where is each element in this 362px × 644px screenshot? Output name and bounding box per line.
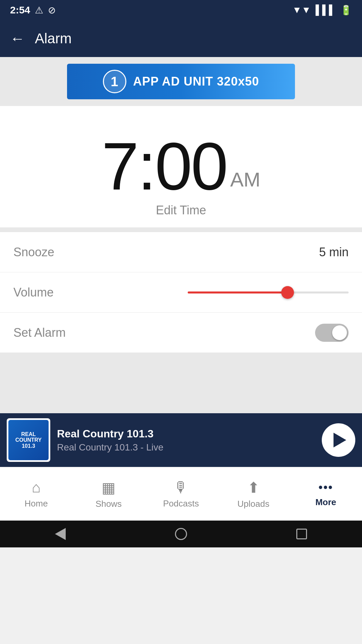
android-back-icon — [55, 528, 66, 540]
alarm-hours: 7 — [102, 133, 137, 200]
toggle-knob — [332, 325, 347, 340]
page-title: Alarm — [35, 31, 72, 47]
set-alarm-label: Set Alarm — [13, 326, 66, 340]
alarm-separator: : — [138, 133, 155, 200]
home-icon: ⌂ — [32, 479, 41, 496]
battery-icon: 🔋 — [340, 5, 352, 16]
ad-text: APP AD UNIT 320x50 — [133, 74, 259, 89]
signal-icon: ▌▌▌ — [315, 5, 336, 15]
slider-track[interactable] — [188, 291, 349, 293]
warning-icon: ⚠ — [35, 5, 43, 16]
play-button[interactable] — [322, 423, 355, 457]
ad-banner-section: 1 APP AD UNIT 320x50 — [0, 57, 362, 106]
alarm-minutes: 00 — [155, 133, 227, 200]
android-home-icon — [175, 528, 187, 540]
android-home-button[interactable] — [171, 524, 191, 544]
android-back-button[interactable] — [50, 524, 70, 544]
nav-label-more: More — [315, 497, 336, 507]
android-nav-bar — [0, 521, 362, 547]
nav-item-shows[interactable]: ▦ Shows — [72, 467, 145, 521]
nav-label-uploads: Uploads — [237, 499, 269, 509]
volume-label: Volume — [13, 285, 54, 300]
edit-time-button[interactable]: Edit Time — [156, 203, 206, 217]
snooze-label: Snooze — [13, 245, 54, 259]
circle-icon: ⊘ — [48, 5, 56, 16]
alarm-ampm: AM — [230, 170, 260, 190]
app-bar: ← Alarm — [0, 20, 362, 57]
set-alarm-row: Set Alarm — [0, 313, 362, 353]
uploads-icon: ⬆ — [247, 479, 260, 496]
nav-label-podcasts: Podcasts — [163, 498, 199, 509]
status-time: 2:54 — [10, 4, 30, 16]
ad-logo-text: 1 — [111, 74, 118, 89]
slider-thumb[interactable] — [281, 286, 294, 299]
nav-item-podcasts[interactable]: 🎙 Podcasts — [145, 467, 217, 521]
nav-label-home: Home — [24, 498, 48, 509]
nav-item-more[interactable]: ••• More — [290, 467, 362, 521]
station-logo-text: REALCOUNTRY101.3 — [15, 431, 42, 449]
time-section: 7 : 00 AM Edit Time — [0, 106, 362, 227]
now-playing-subtitle: Real Country 101.3 - Live — [57, 442, 322, 453]
ad-logo: 1 — [103, 70, 126, 93]
gray-spacer — [0, 353, 362, 413]
bottom-nav: ⌂ Home ▦ Shows 🎙 Podcasts ⬆ Uploads ••• … — [0, 467, 362, 521]
podcasts-icon: 🎙 — [174, 479, 188, 496]
station-logo: REALCOUNTRY101.3 — [7, 418, 50, 462]
ad-banner[interactable]: 1 APP AD UNIT 320x50 — [67, 64, 295, 99]
snooze-row[interactable]: Snooze 5 min — [0, 232, 362, 272]
now-playing-info: Real Country 101.3 Real Country 101.3 - … — [57, 428, 322, 453]
status-bar: 2:54 ⚠ ⊘ ▼▼ ▌▌▌ 🔋 — [0, 0, 362, 20]
shows-icon: ▦ — [102, 479, 116, 496]
nav-label-shows: Shows — [96, 499, 122, 509]
volume-slider[interactable] — [188, 291, 349, 293]
nav-item-uploads[interactable]: ⬆ Uploads — [217, 467, 290, 521]
wifi-icon: ▼▼ — [292, 5, 311, 15]
slider-fill — [188, 291, 288, 293]
volume-row: Volume — [0, 272, 362, 313]
section-divider — [0, 227, 362, 232]
settings-list: Snooze 5 min Volume Set Alarm — [0, 232, 362, 353]
back-button[interactable]: ← — [10, 30, 25, 47]
more-icon: ••• — [318, 480, 333, 494]
nav-item-home[interactable]: ⌂ Home — [0, 467, 72, 521]
now-playing-title: Real Country 101.3 — [57, 428, 322, 440]
set-alarm-toggle[interactable] — [315, 324, 349, 342]
snooze-value: 5 min — [319, 245, 349, 259]
station-logo-inner: REALCOUNTRY101.3 — [8, 420, 49, 460]
android-recents-button[interactable] — [292, 524, 312, 544]
play-icon — [334, 433, 346, 447]
now-playing-bar: REALCOUNTRY101.3 Real Country 101.3 Real… — [0, 413, 362, 467]
alarm-time-display[interactable]: 7 : 00 AM — [102, 133, 260, 200]
android-recents-icon — [296, 529, 307, 539]
